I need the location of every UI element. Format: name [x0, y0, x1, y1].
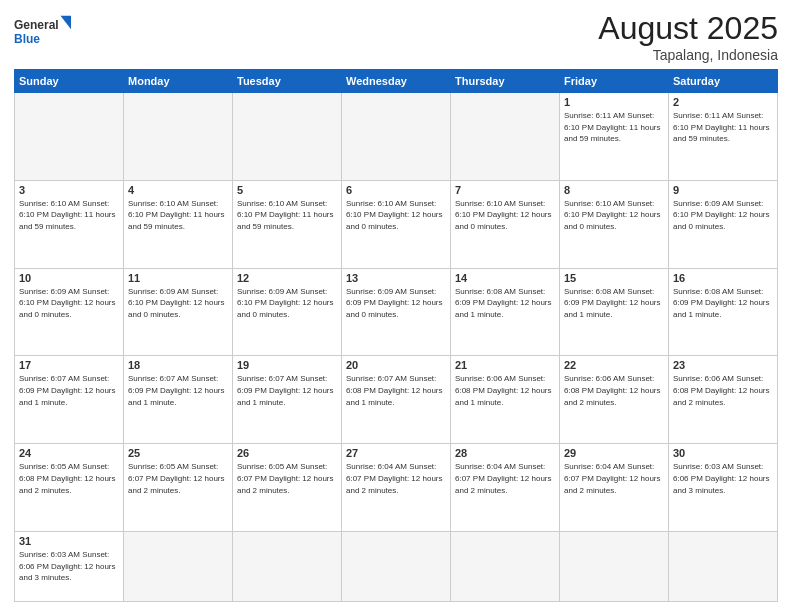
location: Tapalang, Indonesia	[598, 47, 778, 63]
day-number: 24	[19, 447, 119, 459]
day-number: 11	[128, 272, 228, 284]
table-row	[124, 532, 233, 602]
title-block: August 2025 Tapalang, Indonesia	[598, 10, 778, 63]
day-number: 25	[128, 447, 228, 459]
month-title: August 2025	[598, 10, 778, 47]
col-friday: Friday	[560, 70, 669, 93]
svg-text:Blue: Blue	[14, 32, 40, 46]
day-number: 17	[19, 359, 119, 371]
day-info: Sunrise: 6:07 AM Sunset: 6:09 PM Dayligh…	[128, 373, 228, 408]
day-info: Sunrise: 6:04 AM Sunset: 6:07 PM Dayligh…	[455, 461, 555, 496]
calendar-header-row: Sunday Monday Tuesday Wednesday Thursday…	[15, 70, 778, 93]
day-number: 2	[673, 96, 773, 108]
day-info: Sunrise: 6:10 AM Sunset: 6:10 PM Dayligh…	[346, 198, 446, 233]
day-info: Sunrise: 6:10 AM Sunset: 6:10 PM Dayligh…	[237, 198, 337, 233]
table-row: 20Sunrise: 6:07 AM Sunset: 6:08 PM Dayli…	[342, 356, 451, 444]
day-number: 23	[673, 359, 773, 371]
table-row: 24Sunrise: 6:05 AM Sunset: 6:08 PM Dayli…	[15, 444, 124, 532]
day-info: Sunrise: 6:04 AM Sunset: 6:07 PM Dayligh…	[346, 461, 446, 496]
table-row: 5Sunrise: 6:10 AM Sunset: 6:10 PM Daylig…	[233, 180, 342, 268]
table-row: 4Sunrise: 6:10 AM Sunset: 6:10 PM Daylig…	[124, 180, 233, 268]
col-saturday: Saturday	[669, 70, 778, 93]
calendar-table: Sunday Monday Tuesday Wednesday Thursday…	[14, 69, 778, 602]
day-info: Sunrise: 6:09 AM Sunset: 6:10 PM Dayligh…	[128, 286, 228, 321]
day-info: Sunrise: 6:10 AM Sunset: 6:10 PM Dayligh…	[455, 198, 555, 233]
day-number: 22	[564, 359, 664, 371]
svg-text:General: General	[14, 18, 59, 32]
logo: General Blue	[14, 10, 74, 50]
day-info: Sunrise: 6:04 AM Sunset: 6:07 PM Dayligh…	[564, 461, 664, 496]
table-row	[669, 532, 778, 602]
col-monday: Monday	[124, 70, 233, 93]
table-row	[560, 532, 669, 602]
day-number: 6	[346, 184, 446, 196]
col-thursday: Thursday	[451, 70, 560, 93]
table-row: 11Sunrise: 6:09 AM Sunset: 6:10 PM Dayli…	[124, 268, 233, 356]
day-info: Sunrise: 6:11 AM Sunset: 6:10 PM Dayligh…	[564, 110, 664, 145]
day-number: 9	[673, 184, 773, 196]
table-row: 17Sunrise: 6:07 AM Sunset: 6:09 PM Dayli…	[15, 356, 124, 444]
table-row	[124, 93, 233, 181]
table-row: 12Sunrise: 6:09 AM Sunset: 6:10 PM Dayli…	[233, 268, 342, 356]
day-number: 30	[673, 447, 773, 459]
col-tuesday: Tuesday	[233, 70, 342, 93]
day-info: Sunrise: 6:10 AM Sunset: 6:10 PM Dayligh…	[564, 198, 664, 233]
table-row	[342, 532, 451, 602]
day-info: Sunrise: 6:06 AM Sunset: 6:08 PM Dayligh…	[673, 373, 773, 408]
table-row: 7Sunrise: 6:10 AM Sunset: 6:10 PM Daylig…	[451, 180, 560, 268]
table-row	[451, 532, 560, 602]
header: General Blue August 2025 Tapalang, Indon…	[14, 10, 778, 63]
table-row: 19Sunrise: 6:07 AM Sunset: 6:09 PM Dayli…	[233, 356, 342, 444]
day-info: Sunrise: 6:11 AM Sunset: 6:10 PM Dayligh…	[673, 110, 773, 145]
day-number: 27	[346, 447, 446, 459]
table-row: 26Sunrise: 6:05 AM Sunset: 6:07 PM Dayli…	[233, 444, 342, 532]
day-info: Sunrise: 6:07 AM Sunset: 6:09 PM Dayligh…	[237, 373, 337, 408]
day-number: 1	[564, 96, 664, 108]
day-number: 20	[346, 359, 446, 371]
table-row: 28Sunrise: 6:04 AM Sunset: 6:07 PM Dayli…	[451, 444, 560, 532]
day-info: Sunrise: 6:03 AM Sunset: 6:06 PM Dayligh…	[19, 549, 119, 584]
day-info: Sunrise: 6:09 AM Sunset: 6:10 PM Dayligh…	[19, 286, 119, 321]
day-info: Sunrise: 6:06 AM Sunset: 6:08 PM Dayligh…	[564, 373, 664, 408]
day-info: Sunrise: 6:07 AM Sunset: 6:08 PM Dayligh…	[346, 373, 446, 408]
table-row: 14Sunrise: 6:08 AM Sunset: 6:09 PM Dayli…	[451, 268, 560, 356]
table-row: 21Sunrise: 6:06 AM Sunset: 6:08 PM Dayli…	[451, 356, 560, 444]
day-number: 26	[237, 447, 337, 459]
table-row: 16Sunrise: 6:08 AM Sunset: 6:09 PM Dayli…	[669, 268, 778, 356]
table-row: 2Sunrise: 6:11 AM Sunset: 6:10 PM Daylig…	[669, 93, 778, 181]
day-number: 3	[19, 184, 119, 196]
table-row: 29Sunrise: 6:04 AM Sunset: 6:07 PM Dayli…	[560, 444, 669, 532]
table-row: 13Sunrise: 6:09 AM Sunset: 6:09 PM Dayli…	[342, 268, 451, 356]
day-info: Sunrise: 6:10 AM Sunset: 6:10 PM Dayligh…	[128, 198, 228, 233]
day-number: 7	[455, 184, 555, 196]
day-info: Sunrise: 6:09 AM Sunset: 6:09 PM Dayligh…	[346, 286, 446, 321]
table-row	[233, 532, 342, 602]
day-number: 12	[237, 272, 337, 284]
table-row: 9Sunrise: 6:09 AM Sunset: 6:10 PM Daylig…	[669, 180, 778, 268]
table-row: 6Sunrise: 6:10 AM Sunset: 6:10 PM Daylig…	[342, 180, 451, 268]
day-number: 4	[128, 184, 228, 196]
day-info: Sunrise: 6:08 AM Sunset: 6:09 PM Dayligh…	[455, 286, 555, 321]
day-number: 13	[346, 272, 446, 284]
day-info: Sunrise: 6:05 AM Sunset: 6:07 PM Dayligh…	[237, 461, 337, 496]
table-row	[451, 93, 560, 181]
table-row: 1Sunrise: 6:11 AM Sunset: 6:10 PM Daylig…	[560, 93, 669, 181]
table-row: 10Sunrise: 6:09 AM Sunset: 6:10 PM Dayli…	[15, 268, 124, 356]
day-info: Sunrise: 6:03 AM Sunset: 6:06 PM Dayligh…	[673, 461, 773, 496]
table-row: 30Sunrise: 6:03 AM Sunset: 6:06 PM Dayli…	[669, 444, 778, 532]
table-row: 23Sunrise: 6:06 AM Sunset: 6:08 PM Dayli…	[669, 356, 778, 444]
table-row: 8Sunrise: 6:10 AM Sunset: 6:10 PM Daylig…	[560, 180, 669, 268]
col-wednesday: Wednesday	[342, 70, 451, 93]
day-info: Sunrise: 6:06 AM Sunset: 6:08 PM Dayligh…	[455, 373, 555, 408]
day-info: Sunrise: 6:10 AM Sunset: 6:10 PM Dayligh…	[19, 198, 119, 233]
day-info: Sunrise: 6:05 AM Sunset: 6:08 PM Dayligh…	[19, 461, 119, 496]
table-row: 3Sunrise: 6:10 AM Sunset: 6:10 PM Daylig…	[15, 180, 124, 268]
table-row: 15Sunrise: 6:08 AM Sunset: 6:09 PM Dayli…	[560, 268, 669, 356]
table-row: 22Sunrise: 6:06 AM Sunset: 6:08 PM Dayli…	[560, 356, 669, 444]
day-number: 28	[455, 447, 555, 459]
day-number: 31	[19, 535, 119, 547]
day-number: 18	[128, 359, 228, 371]
day-number: 16	[673, 272, 773, 284]
table-row: 27Sunrise: 6:04 AM Sunset: 6:07 PM Dayli…	[342, 444, 451, 532]
day-info: Sunrise: 6:08 AM Sunset: 6:09 PM Dayligh…	[673, 286, 773, 321]
